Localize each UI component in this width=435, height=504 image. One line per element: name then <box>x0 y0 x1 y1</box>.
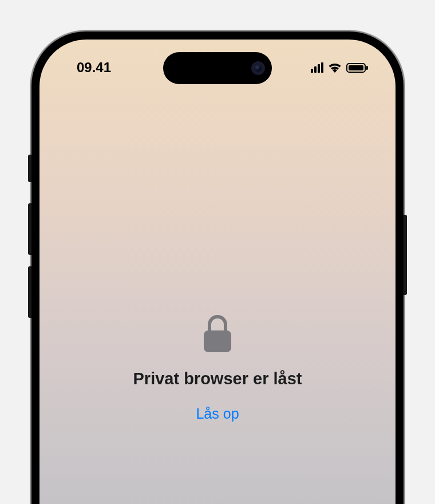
lock-icon <box>203 314 232 353</box>
unlock-button[interactable]: Lås op <box>196 405 239 422</box>
locked-state-container: Privat browser er låst Lås op <box>39 314 396 422</box>
svg-rect-0 <box>204 330 231 352</box>
volume-down-button <box>28 266 31 318</box>
battery-icon <box>346 63 368 73</box>
locked-title: Privat browser er låst <box>133 369 302 388</box>
status-time: 09.41 <box>62 60 111 76</box>
phone-frame: 09.41 <box>31 32 404 504</box>
volume-up-button <box>28 203 31 255</box>
front-camera <box>251 61 265 75</box>
phone-screen: 09.41 <box>39 40 396 504</box>
cellular-signal-icon <box>311 62 323 73</box>
wifi-icon <box>328 62 342 73</box>
status-indicators <box>311 62 373 73</box>
silence-switch <box>28 155 31 182</box>
dynamic-island <box>163 52 272 84</box>
power-button <box>404 215 407 295</box>
